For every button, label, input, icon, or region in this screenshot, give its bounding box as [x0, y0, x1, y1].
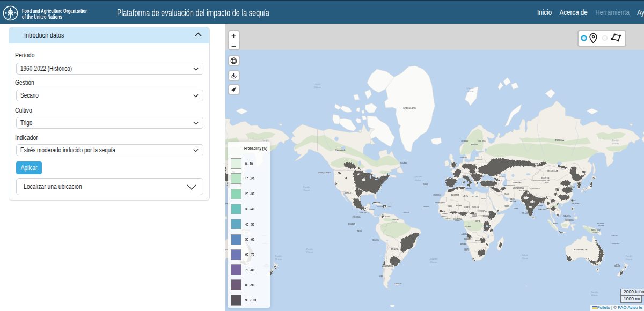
svg-text:O: O	[14, 12, 17, 15]
svg-text:IRAN: IRAN	[504, 193, 509, 195]
svg-text:TANZANIA: TANZANIA	[464, 226, 471, 228]
svg-text:GREENLAND: GREENLAND	[403, 107, 416, 109]
svg-text:ARABIA: ARABIA	[510, 201, 516, 203]
svg-text:KYRGYZSTAN: KYRGYZSTAN	[530, 188, 539, 189]
svg-text:CALEDONIA: CALEDONIA	[612, 243, 619, 245]
svg-text:LATVIA: LATVIA	[478, 156, 482, 158]
svg-text:CAMBODIA: CAMBODIA	[553, 212, 560, 213]
svg-text:PAPUA NEW: PAPUA NEW	[591, 229, 601, 232]
svg-text:OMAN: OMAN	[514, 208, 518, 210]
svg-text:YAKUTIA: YAKUTIA	[248, 137, 254, 139]
svg-text:VENEZUELA: VENEZUELA	[360, 212, 369, 214]
svg-text:REPUBLIC OF: REPUBLIC OF	[539, 180, 550, 182]
svg-text:FINLAND: FINLAND	[478, 140, 486, 143]
svg-text:Ocean: Ocean	[275, 258, 282, 261]
svg-text:SENEGAL: SENEGAL	[423, 206, 430, 208]
svg-text:RUSSIA: RUSSIA	[555, 139, 565, 142]
svg-text:MALI: MALI	[448, 205, 452, 208]
svg-text:Pacific: Pacific	[625, 255, 632, 257]
svg-text:Atlantic: Atlantic	[429, 257, 438, 260]
svg-text:ARGENTINA: ARGENTINA	[382, 265, 393, 268]
svg-text:EGYPT: EGYPT	[472, 196, 478, 198]
svg-text:SUDAN: SUDAN	[472, 215, 477, 217]
svg-text:ETHIOPIA: ETHIOPIA	[478, 210, 487, 212]
svg-text:JAMAICA: JAMAICA	[377, 206, 383, 207]
svg-text:COLOMBIA: COLOMBIA	[352, 216, 360, 218]
svg-text:Atlantic: Atlantic	[466, 87, 474, 90]
svg-text:CHAD: CHAD	[464, 206, 470, 209]
svg-text:FR GUIANA: FR GUIANA	[403, 212, 409, 213]
svg-text:TAJIKISTAN: TAJIKISTAN	[531, 180, 539, 181]
svg-text:DENMARK: DENMARK	[460, 157, 467, 158]
svg-text:GUINEA: GUINEA	[442, 213, 448, 214]
svg-text:PUERTO: PUERTO	[387, 204, 392, 205]
svg-text:GHANA: GHANA	[445, 218, 450, 219]
svg-text:KENYA: KENYA	[475, 220, 480, 223]
svg-text:Ocean: Ocean	[626, 258, 633, 261]
svg-text:Ocean: Ocean	[612, 142, 619, 145]
svg-text:NIGER: NIGER	[456, 205, 462, 207]
svg-text:CHILE: CHILE	[379, 275, 384, 277]
svg-text:Ocean: Ocean	[430, 261, 437, 263]
svg-text:Pacific: Pacific	[302, 186, 310, 188]
svg-text:AFGHANISTAN: AFGHANISTAN	[513, 187, 524, 189]
svg-text:UGANDA: UGANDA	[470, 219, 475, 221]
svg-text:MEXICO: MEXICO	[345, 192, 352, 194]
svg-text:ISRAEL: ISRAEL	[481, 198, 486, 199]
svg-text:GUATEMALA: GUATEMALA	[352, 198, 359, 199]
svg-text:PEOPLE'S: PEOPLE'S	[541, 177, 550, 180]
svg-text:GUYANA: GUYANA	[385, 216, 390, 217]
svg-text:LITHUANIA: LITHUANIA	[476, 159, 483, 160]
svg-text:SPAIN: SPAIN	[423, 183, 428, 186]
svg-text:SWEDEN: SWEDEN	[471, 144, 478, 146]
svg-text:INDONESIA: INDONESIA	[565, 219, 574, 221]
svg-text:THAILAND: THAILAND	[538, 209, 546, 211]
svg-text:YEMEN: YEMEN	[504, 205, 509, 208]
svg-text:Indian: Indian	[521, 254, 529, 256]
svg-text:UNITED STATES: UNITED STATES	[318, 172, 330, 174]
svg-text:ICELAND: ICELAND	[400, 162, 407, 164]
svg-text:SOLOMON: SOLOMON	[597, 223, 604, 224]
svg-text:SAUDI: SAUDI	[510, 198, 515, 201]
svg-text:AUSTRALIA: AUSTRALIA	[574, 248, 588, 251]
svg-text:PARAGUAY: PARAGUAY	[381, 255, 389, 257]
svg-text:MOROCCO: MOROCCO	[434, 194, 442, 196]
svg-text:NEW: NEW	[614, 241, 617, 243]
svg-text:GEORGIA: GEORGIA	[499, 176, 505, 177]
svg-text:VANUATU: VANUATU	[612, 235, 618, 236]
svg-text:GUINEA: GUINEA	[593, 232, 599, 234]
svg-text:NAMIBIA: NAMIBIA	[460, 243, 466, 245]
svg-text:FALKLAND: FALKLAND	[395, 283, 402, 284]
svg-text:ISLANDS: ISLANDS	[396, 284, 401, 286]
svg-text:PERU: PERU	[357, 230, 362, 232]
svg-text:ESTONIA: ESTONIA	[476, 153, 482, 155]
svg-text:Ocean: Ocean	[467, 90, 474, 93]
svg-text:F: F	[5, 12, 7, 15]
svg-text:BRUNEI: BRUNEI	[553, 223, 558, 224]
svg-text:NORWAY: NORWAY	[461, 140, 468, 143]
svg-text:ISLANDS: ISLANDS	[598, 225, 604, 226]
svg-text:Ocean: Ocean	[415, 179, 422, 181]
svg-text:Ocean: Ocean	[303, 189, 310, 191]
svg-text:MAURITANIA: MAURITANIA	[435, 202, 445, 204]
svg-text:TUNISIA: TUNISIA	[466, 188, 472, 189]
svg-text:Ocean: Ocean	[591, 294, 598, 297]
svg-text:YAKUTIA: YAKUTIA	[598, 137, 604, 139]
svg-text:Ocean: Ocean	[306, 251, 313, 254]
svg-text:AFRICA: AFRICA	[464, 250, 470, 252]
svg-text:PANAMA: PANAMA	[369, 209, 375, 210]
svg-text:BOLIVIA: BOLIVIA	[372, 239, 378, 241]
svg-text:SUDAN: SUDAN	[472, 206, 479, 209]
svg-text:Pacific: Pacific	[590, 291, 598, 293]
svg-text:Arctic: Arctic	[314, 83, 320, 85]
svg-text:SURINAME: SURINAME	[392, 219, 399, 220]
svg-text:Atlantic: Atlantic	[414, 175, 422, 178]
svg-text:Ocean: Ocean	[314, 86, 321, 88]
svg-text:Pacific: Pacific	[305, 248, 313, 250]
svg-text:Pacific: Pacific	[274, 255, 282, 257]
svg-text:Ocean: Ocean	[522, 257, 529, 260]
svg-text:LIBYA: LIBYA	[463, 195, 468, 197]
svg-text:MONGOLIA: MONGOLIA	[547, 170, 558, 172]
svg-text:RICO: RICO	[388, 206, 391, 207]
svg-text:CHINA: CHINA	[544, 182, 549, 184]
